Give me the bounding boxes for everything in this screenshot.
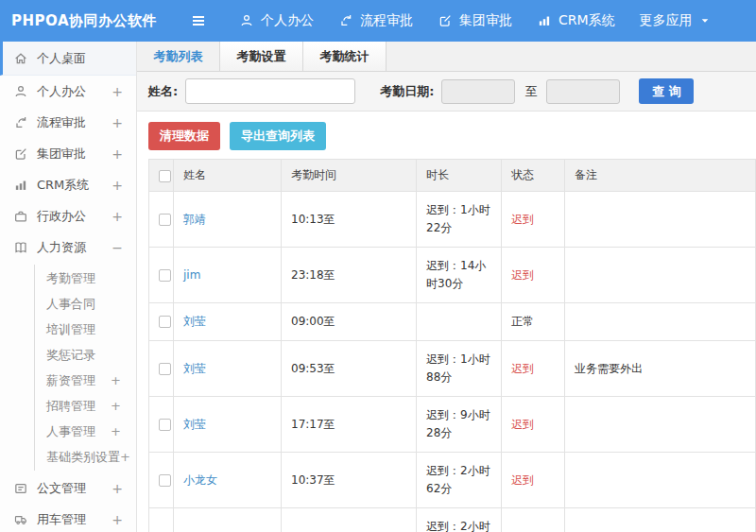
nav-workflow-approval[interactable]: 流程审批 bbox=[338, 12, 413, 29]
note-cell: 1111 bbox=[565, 508, 756, 532]
expand-indicator: + bbox=[111, 373, 121, 387]
employee-name-link[interactable]: 刘莹 bbox=[183, 362, 206, 375]
edit-icon bbox=[438, 13, 453, 28]
sidebar-item-label: 个人办公 bbox=[37, 83, 112, 100]
duration-cell: 迟到：1小时88分 bbox=[417, 341, 502, 397]
hr-submenu: 考勤管理 人事合同 培训管理 奖惩记录 薪资管理 + 招聘管理 + bbox=[34, 265, 136, 471]
sidebar-item-label: 个人桌面 bbox=[37, 50, 123, 67]
attendance-time: 17:17至 bbox=[282, 397, 417, 453]
expand-indicator: + bbox=[111, 424, 121, 438]
sidebar-item-workflow-approval[interactable]: 流程审批 + bbox=[0, 107, 136, 138]
select-all-header bbox=[149, 160, 174, 192]
nav-personal-office[interactable]: 个人办公 bbox=[239, 12, 314, 29]
date-to-input[interactable] bbox=[546, 79, 620, 104]
submenu-item-attendance-management[interactable]: 考勤管理 bbox=[35, 266, 136, 291]
book-icon bbox=[13, 240, 28, 255]
top-navigation: 个人办公 流程审批 集团审批 CRM系统 更多应用 bbox=[239, 12, 711, 29]
select-all-checkbox[interactable] bbox=[159, 170, 171, 182]
sidebar-item-personal-desktop[interactable]: 个人桌面 bbox=[0, 42, 136, 76]
row-checkbox[interactable] bbox=[159, 214, 171, 226]
hamburger-menu-button[interactable] bbox=[190, 12, 207, 29]
document-icon bbox=[13, 481, 28, 496]
note-cell bbox=[565, 303, 756, 341]
submenu-item-salary-management[interactable]: 薪资管理 + bbox=[35, 368, 136, 393]
employee-name-link[interactable]: 刘莹 bbox=[183, 418, 206, 431]
nav-group-approval[interactable]: 集团审批 bbox=[438, 12, 512, 29]
employee-name-link[interactable]: 郭靖 bbox=[183, 213, 206, 226]
employee-name-link[interactable]: 小龙女 bbox=[183, 473, 217, 487]
table-row: jim 23:18至 迟到：14小时30分 迟到 bbox=[149, 248, 756, 303]
submenu-item-recruitment-management[interactable]: 招聘管理 + bbox=[35, 393, 136, 419]
submenu-item-training-management[interactable]: 培训管理 bbox=[35, 317, 136, 342]
submenu-item-basic-category-settings[interactable]: 基础类别设置 + bbox=[35, 444, 136, 470]
row-checkbox[interactable] bbox=[159, 363, 171, 375]
note-cell bbox=[565, 397, 756, 453]
sidebar-item-label: 人力资源 bbox=[37, 239, 112, 256]
employee-name-link[interactable]: 刘莹 bbox=[183, 315, 206, 328]
status-badge: 迟到 bbox=[511, 418, 534, 431]
attendance-time: 09:53至 bbox=[282, 341, 417, 397]
row-checkbox[interactable] bbox=[159, 419, 171, 431]
workflow-icon bbox=[13, 115, 28, 130]
date-from-input[interactable] bbox=[441, 79, 515, 104]
sidebar-item-personal-office[interactable]: 个人办公 + bbox=[0, 76, 136, 107]
row-checkbox[interactable] bbox=[159, 474, 171, 487]
attendance-time: 23:18至 bbox=[282, 248, 417, 303]
col-duration: 时长 bbox=[417, 160, 502, 192]
submenu-item-personnel-management[interactable]: 人事管理 + bbox=[35, 419, 136, 444]
expand-indicator: + bbox=[120, 450, 130, 464]
sidebar-item-label: 流程审批 bbox=[37, 114, 112, 131]
table-row: 刘莹 17:17至 迟到：9小时28分 迟到 bbox=[149, 397, 756, 453]
sidebar-item-document-management[interactable]: 公文管理 + bbox=[0, 472, 136, 504]
table-row: 郭靖 10:13至 迟到：1小时22分 迟到 bbox=[149, 192, 756, 248]
tab-attendance-settings[interactable]: 考勤设置 bbox=[220, 42, 303, 71]
search-button[interactable]: 查 询 bbox=[639, 78, 694, 104]
submenu-item-reward-punishment[interactable]: 奖惩记录 bbox=[35, 342, 136, 368]
col-name: 姓名 bbox=[174, 160, 282, 192]
nav-label: 个人办公 bbox=[261, 12, 314, 29]
sidebar-item-group-approval[interactable]: 集团审批 + bbox=[0, 138, 136, 169]
sidebar-item-label: 用车管理 bbox=[37, 511, 112, 528]
submenu-item-hr-contract[interactable]: 人事合同 bbox=[35, 291, 136, 317]
col-note: 备注 bbox=[565, 160, 756, 192]
employee-name-link[interactable]: jim bbox=[183, 268, 200, 282]
attendance-date-label: 考勤日期: bbox=[380, 83, 434, 100]
nav-more-apps[interactable]: 更多应用 bbox=[640, 12, 711, 29]
duration-cell: 迟到：2小时62分 bbox=[417, 453, 502, 508]
attendance-time: 10:13至 bbox=[282, 192, 417, 248]
sidebar-item-admin-office[interactable]: 行政办公 + bbox=[0, 200, 136, 232]
note-cell: 业务需要外出 bbox=[565, 341, 756, 397]
name-input[interactable] bbox=[185, 78, 355, 104]
export-list-button[interactable]: 导出查询列表 bbox=[230, 122, 326, 150]
duration-cell: 迟到：1小时22分 bbox=[417, 192, 502, 248]
sidebar-item-vehicle-management[interactable]: 用车管理 + bbox=[0, 504, 136, 532]
clean-data-button[interactable]: 清理数据 bbox=[148, 122, 220, 150]
table-row: 管理员 10:54至10:54 迟到：2小时90分早退：7小时10分 迟到/早退… bbox=[149, 508, 756, 532]
collapse-indicator: − bbox=[112, 240, 123, 255]
tab-attendance-list[interactable]: 考勤列表 bbox=[137, 42, 220, 71]
attendance-time: 10:54至10:54 bbox=[282, 508, 417, 532]
briefcase-icon bbox=[13, 209, 28, 224]
status-badge: 迟到 bbox=[511, 362, 534, 375]
col-status: 状态 bbox=[502, 160, 565, 192]
expand-indicator: + bbox=[111, 399, 121, 413]
sidebar-item-label: 行政办公 bbox=[37, 208, 112, 225]
action-buttons: 清理数据 导出查询列表 bbox=[148, 122, 756, 150]
expand-indicator: + bbox=[112, 209, 123, 224]
expand-indicator: + bbox=[112, 512, 123, 527]
app-header: PHPOA协同办公软件 个人办公 流程审批 集团审批 bbox=[0, 0, 756, 42]
expand-indicator: + bbox=[112, 115, 123, 130]
table-row: 小龙女 10:37至 迟到：2小时62分 迟到 bbox=[149, 453, 756, 508]
note-cell bbox=[565, 453, 756, 508]
nav-crm-system[interactable]: CRM系统 bbox=[537, 12, 615, 29]
status-badge: 迟到 bbox=[511, 473, 534, 487]
row-checkbox[interactable] bbox=[159, 269, 171, 282]
status-badge: 迟到 bbox=[511, 213, 534, 226]
tab-attendance-statistics[interactable]: 考勤统计 bbox=[303, 42, 387, 71]
nav-label: 集团审批 bbox=[459, 12, 512, 29]
sidebar-item-human-resources[interactable]: 人力资源 − bbox=[0, 232, 136, 263]
bar-chart-icon bbox=[537, 13, 552, 28]
row-checkbox[interactable] bbox=[159, 316, 171, 328]
sidebar-item-crm-system[interactable]: CRM系统 + bbox=[0, 169, 136, 200]
sidebar-item-label: 公文管理 bbox=[37, 480, 112, 497]
